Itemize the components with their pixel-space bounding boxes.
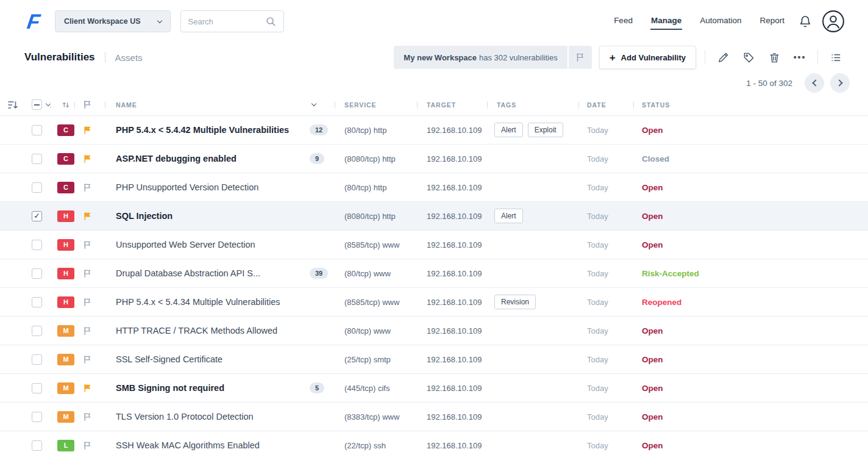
next-page-button[interactable] — [830, 73, 850, 93]
flag-icon[interactable] — [83, 384, 92, 393]
sort-severity-icon[interactable] — [62, 101, 70, 109]
vulnerability-name[interactable]: TLS Version 1.0 Protocol Detection — [116, 412, 254, 422]
row-checkbox[interactable] — [32, 440, 42, 451]
row-checkbox[interactable] — [32, 297, 42, 307]
vulnerability-name[interactable]: SSH Weak MAC Algorithms Enabled — [116, 440, 260, 450]
table-row[interactable]: M TLS Version 1.0 Protocol Detection (83… — [0, 403, 868, 431]
flag-icon[interactable] — [83, 126, 92, 135]
flag-icon[interactable] — [83, 412, 92, 422]
flag-icon[interactable] — [83, 269, 92, 278]
vulnerability-name[interactable]: SQL Injection — [116, 211, 173, 221]
flag-icon[interactable] — [83, 154, 92, 163]
filter-settings-icon[interactable] — [7, 94, 24, 115]
row-checkbox[interactable] — [32, 154, 42, 164]
flag-icon[interactable] — [83, 212, 92, 221]
severity-badge: H — [57, 210, 74, 222]
vulnerability-name[interactable]: PHP 5.4.x < 5.4.42 Multiple Vulnerabilit… — [116, 125, 289, 135]
status-label: Risk-Accepted — [642, 269, 699, 278]
name-sort-chevron-icon[interactable] — [311, 101, 316, 106]
add-vulnerability-button[interactable]: + Add Vulnerability — [599, 46, 696, 69]
workspace-selector-label: Client Workspace US — [64, 17, 141, 26]
date-cell: Today — [582, 154, 637, 163]
vulnerability-name[interactable]: ASP.NET debugging enabled — [116, 154, 237, 163]
date-cell: Today — [582, 326, 637, 335]
flag-icon[interactable] — [83, 240, 92, 249]
table-row[interactable]: H Unsupported Web Server Detection (8585… — [0, 231, 868, 259]
target-cell: 192.168.10.109 — [421, 326, 491, 335]
edit-pencil-icon[interactable] — [714, 48, 732, 66]
nav-item-report[interactable]: Report — [759, 13, 785, 30]
row-checkbox[interactable] — [32, 412, 42, 422]
tab-vulnerabilities[interactable]: Vulnerabilities — [24, 51, 95, 63]
row-checkbox[interactable] — [32, 354, 42, 365]
search-input[interactable] — [188, 17, 260, 26]
table-row[interactable]: M HTTP TRACE / TRACK Methods Allowed (80… — [0, 317, 868, 345]
nav-item-feed[interactable]: Feed — [613, 13, 633, 30]
service-cell: (445/tcp) cifs — [338, 384, 421, 393]
trash-icon[interactable] — [765, 48, 783, 66]
status-label: Open — [642, 441, 663, 450]
flag-icon[interactable] — [83, 326, 92, 335]
add-vulnerability-label: Add Vulnerability — [621, 53, 686, 62]
table-row[interactable]: H SQL Injection (8080/tcp) http 192.168.… — [0, 202, 868, 231]
row-checkbox[interactable] — [32, 326, 42, 336]
vulnerability-name[interactable]: Drupal Database Abstraction API S... — [116, 268, 260, 278]
severity-badge: M — [57, 354, 74, 365]
flag-icon[interactable] — [83, 298, 92, 307]
select-all-chevron-icon[interactable] — [46, 101, 51, 106]
workspace-selector[interactable]: Client Workspace US — [55, 10, 171, 32]
tag-icon[interactable] — [739, 48, 758, 66]
table-header-row: NAME SERVICE TARGET TAGS DATE STATUS — [0, 94, 868, 116]
table-row[interactable]: M SMB Signing not required 5 (445/tcp) c… — [0, 374, 868, 403]
row-checkbox[interactable] — [32, 268, 42, 279]
status-label: Open — [642, 384, 663, 393]
vulnerability-name[interactable]: Unsupported Web Server Detection — [116, 240, 255, 249]
column-header-service[interactable]: SERVICE — [338, 94, 421, 115]
column-header-tags[interactable]: TAGS — [491, 94, 582, 115]
nav-item-automation[interactable]: Automation — [699, 13, 742, 30]
table-row[interactable]: M SSL Self-Signed Certificate (25/tcp) s… — [0, 345, 868, 374]
row-checkbox[interactable] — [32, 240, 42, 250]
flag-icon[interactable] — [83, 355, 92, 364]
table-row[interactable]: L SSH Weak MAC Algorithms Enabled (22/tc… — [0, 431, 868, 452]
workspace-banner: My new Workspace has 302 vulnerabilities — [394, 46, 591, 69]
row-checkbox[interactable] — [32, 383, 42, 393]
flag-column-icon[interactable] — [83, 100, 92, 109]
column-header-name[interactable]: NAME — [108, 94, 305, 115]
status-label: Open — [642, 412, 663, 422]
tags-cell: Alert — [491, 209, 582, 223]
vulnerability-name[interactable]: SSL Self-Signed Certificate — [116, 354, 222, 364]
tab-assets[interactable]: Assets — [115, 52, 143, 63]
date-cell: Today — [582, 412, 637, 422]
vulnerability-name[interactable]: PHP Unsupported Version Detection — [116, 182, 258, 192]
more-options-icon[interactable]: ••• — [791, 48, 809, 66]
severity-badge: C — [57, 182, 74, 193]
flag-icon[interactable] — [83, 441, 92, 450]
notifications-bell-icon[interactable] — [799, 15, 812, 28]
list-view-icon[interactable] — [827, 48, 845, 66]
vulnerability-name[interactable]: HTTP TRACE / TRACK Methods Allowed — [116, 326, 277, 335]
nav-item-manage[interactable]: Manage — [650, 13, 682, 30]
row-checkbox[interactable] — [32, 182, 42, 193]
user-avatar[interactable] — [822, 10, 845, 33]
row-checkbox[interactable] — [32, 211, 42, 221]
previous-page-button[interactable] — [805, 73, 824, 93]
table-row[interactable]: H Drupal Database Abstraction API S... 3… — [0, 259, 868, 288]
vulnerability-name[interactable]: PHP 5.4.x < 5.4.34 Multiple Vulnerabilit… — [116, 297, 280, 307]
vulnerability-name[interactable]: SMB Signing not required — [116, 383, 224, 393]
column-header-status[interactable]: STATUS — [637, 94, 856, 115]
flag-icon[interactable] — [83, 183, 92, 192]
select-all-checkbox[interactable] — [32, 99, 42, 110]
severity-badge: M — [57, 411, 74, 423]
column-header-target[interactable]: TARGET — [421, 94, 491, 115]
table-row[interactable]: C PHP 5.4.x < 5.4.42 Multiple Vulnerabil… — [0, 116, 868, 145]
table-row[interactable]: H PHP 5.4.x < 5.4.34 Multiple Vulnerabil… — [0, 288, 868, 317]
column-header-date[interactable]: DATE — [582, 94, 637, 115]
status-label: Open — [642, 355, 663, 364]
tags-cell: Revision — [491, 295, 582, 309]
table-row[interactable]: C ASP.NET debugging enabled 9 (8080/tcp)… — [0, 145, 868, 173]
banner-flag-icon[interactable] — [569, 46, 592, 69]
table-row[interactable]: C PHP Unsupported Version Detection (80/… — [0, 173, 868, 202]
row-checkbox[interactable] — [32, 125, 42, 135]
service-cell: (25/tcp) smtp — [338, 355, 421, 364]
